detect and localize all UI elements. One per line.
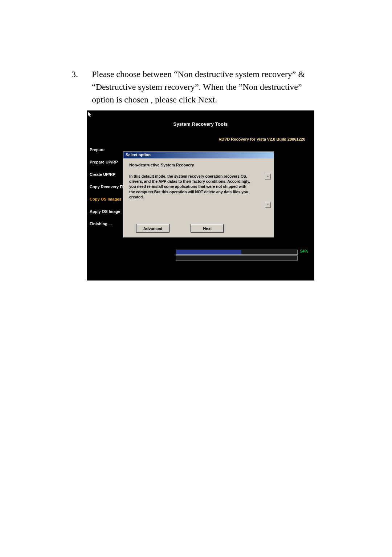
scroll-up-button[interactable]: ▴ [265,174,271,179]
description-text: In this default mode, the system recover… [129,174,253,199]
select-option-dialog: Select option Non-destructive System Rec… [123,152,274,238]
progress-bar-1 [176,250,298,255]
window-title: System Recovery Tools [87,121,314,127]
sidebar-item-label: Finishing ... [90,222,112,226]
document-page: 3. Please choose between “Non destructiv… [0,0,392,557]
advanced-button[interactable]: Advanced [136,224,169,232]
scroll-down-button[interactable]: ▾ [265,202,271,208]
sidebar-item-label: Copy Recovery File [90,185,127,189]
progress-percent-label: 54% [300,249,308,253]
progress-bar-2 [176,255,298,261]
step-number: 3. [72,68,90,81]
sidebar-item-label: Prepare [90,148,105,152]
instruction-step: 3. Please choose between “Non destructiv… [72,68,322,106]
dialog-body: Non-destructive System Recovery In this … [123,158,274,202]
recovery-tools-screenshot: System Recovery Tools RDVD Recovery for … [87,110,314,280]
sidebar-item-label: Copy OS Images [90,197,121,201]
version-label: RDVD Recovery for Vista V2.0 Build 20061… [219,137,305,141]
sidebar-item-label: Prepare UP/RP [90,160,118,164]
sidebar-item-label: Create UP/RP [90,172,115,177]
sidebar-item-label: Apply OS Image [90,209,120,214]
dialog-button-row: Advanced Next [123,224,274,232]
description-area: In this default mode, the system recover… [129,174,269,199]
dialog-titlebar: Select option [123,152,274,158]
dialog-heading: Non-destructive System Recovery [129,163,269,167]
step-text: Please choose between “Non destructive s… [92,68,320,106]
next-button[interactable]: Next [191,224,224,232]
progress-bar-1-fill [176,250,241,254]
mouse-cursor-icon [87,111,93,118]
